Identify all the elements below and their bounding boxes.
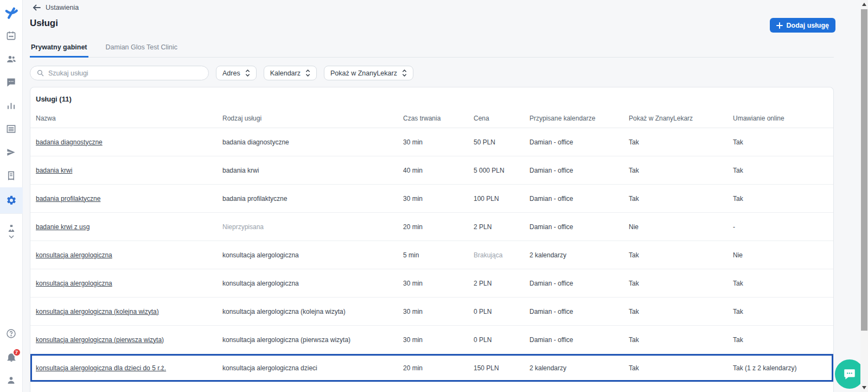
unfold-icon xyxy=(402,69,407,77)
calendar-icon[interactable] xyxy=(0,24,23,47)
service-price-cell: 150 PLN xyxy=(474,364,529,372)
table-row: badania profilaktyczne badania profilakt… xyxy=(30,185,833,213)
scrollbar-up-arrow-icon[interactable] xyxy=(862,3,866,6)
scrollbar-thumb[interactable] xyxy=(861,9,867,331)
service-name-link[interactable]: badanie krwi z usg xyxy=(36,223,90,231)
service-show-cell: Tak xyxy=(629,195,733,203)
search-input[interactable] xyxy=(48,69,202,77)
service-online-cell: Tak xyxy=(733,138,833,146)
service-calendars-cell: 2 kalendarzy xyxy=(529,364,629,372)
help-icon[interactable] xyxy=(0,322,23,345)
notifications-bell-icon[interactable]: 7 xyxy=(0,345,23,369)
table-row: konsultacja alergologiczna dla dzieci do… xyxy=(30,354,833,382)
service-duration-cell: 20 min xyxy=(403,223,474,231)
calendar-filter-dropdown[interactable]: Kalendarz xyxy=(264,66,317,80)
service-price-cell: 2 PLN xyxy=(474,280,529,287)
service-name-link[interactable]: konsultacja alergologiczna dla dzieci do… xyxy=(36,364,166,372)
column-header-show: Pokaż w ZnanyLekarz xyxy=(629,115,733,122)
service-duration-cell: 30 min xyxy=(403,138,474,146)
table-header-row: Nazwa Rodzaj usługi Czas trwania Cena Pr… xyxy=(30,109,833,128)
service-type-cell: konsultacja alergologiczna xyxy=(222,280,403,287)
service-type-cell: badania diagnostyczne xyxy=(222,138,403,146)
service-show-cell: Tak xyxy=(629,308,733,315)
service-online-cell: Tak xyxy=(733,308,833,315)
column-header-name: Nazwa xyxy=(36,115,222,122)
service-online-cell: - xyxy=(733,223,833,231)
notification-count-badge: 7 xyxy=(12,348,21,357)
campaigns-icon[interactable] xyxy=(0,141,23,164)
profile-icon[interactable] xyxy=(0,369,23,392)
service-price-cell: Brakująca xyxy=(474,251,529,259)
calendar-filter-label: Kalendarz xyxy=(270,69,301,77)
settings-icon[interactable] xyxy=(0,187,23,213)
service-price-cell: 50 PLN xyxy=(474,138,529,146)
service-calendars-cell: Damian - office xyxy=(529,336,629,344)
facility-tabs: Prywatny gabinet Damian Glos Test Clinic xyxy=(30,43,834,58)
team-icon[interactable] xyxy=(0,213,23,245)
add-service-label: Dodaj usługę xyxy=(787,22,829,29)
services-list-icon[interactable] xyxy=(0,117,23,141)
column-header-price: Cena xyxy=(474,115,529,122)
column-header-duration: Czas trwania xyxy=(403,115,474,122)
service-type-cell: badania krwi xyxy=(222,167,403,174)
unfold-icon xyxy=(305,69,310,77)
service-online-cell: Tak xyxy=(733,167,833,174)
service-online-cell: Tak xyxy=(733,336,833,344)
table-row: badanie krwi z usg Nieprzypisana 20 min … xyxy=(30,213,833,241)
address-filter-label: Adres xyxy=(222,69,240,77)
tab-private-practice[interactable]: Prywatny gabinet xyxy=(30,43,88,58)
service-calendars-cell: Damian - office xyxy=(529,280,629,287)
add-service-button[interactable]: Dodaj usługę xyxy=(770,18,835,33)
service-name-link[interactable]: konsultacja alergologiczna xyxy=(36,251,112,259)
service-show-cell: Tak xyxy=(629,251,733,259)
service-name-link[interactable]: konsultacja alergologiczna (kolejna wizy… xyxy=(36,308,159,315)
chat-bubble-icon xyxy=(843,367,857,381)
scrollbar-down-arrow-icon[interactable] xyxy=(862,386,866,389)
service-name-link[interactable]: badania profilaktyczne xyxy=(36,195,100,203)
services-count-title: Usługi (11) xyxy=(30,87,833,109)
service-type-cell: konsultacja alergologiczna (kolejna wizy… xyxy=(222,308,403,315)
service-calendars-cell: Damian - office xyxy=(529,308,629,315)
docplanner-logo-icon[interactable] xyxy=(0,2,23,24)
service-online-cell: Nie xyxy=(733,251,833,259)
services-panel: Usługi (11) Nazwa Rodzaj usługi Czas trw… xyxy=(30,87,834,392)
service-price-cell: 0 PLN xyxy=(474,336,529,344)
patients-icon[interactable] xyxy=(0,47,23,71)
address-filter-dropdown[interactable]: Adres xyxy=(216,66,257,80)
table-body: badania diagnostyczne badania diagnostyc… xyxy=(30,128,833,382)
messages-icon[interactable] xyxy=(0,71,23,94)
service-name-link[interactable]: konsultacja alergologiczna (pierwsza wiz… xyxy=(36,336,164,344)
billing-icon[interactable] xyxy=(0,164,23,187)
chat-widget-button[interactable] xyxy=(835,359,864,389)
service-calendars-cell: Damian - office xyxy=(529,223,629,231)
service-name-link[interactable]: konsultacja alergologiczna xyxy=(36,280,112,287)
service-name-link[interactable]: badania diagnostyczne xyxy=(36,138,103,146)
service-duration-cell: 20 min xyxy=(403,364,474,372)
service-show-cell: Tak xyxy=(629,167,733,174)
tab-test-clinic[interactable]: Damian Glos Test Clinic xyxy=(105,43,178,57)
search-box[interactable] xyxy=(30,66,209,80)
service-type-cell: konsultacja alergologiczna xyxy=(222,251,403,259)
column-header-online: Umawianie online xyxy=(733,115,833,122)
service-online-cell: Tak xyxy=(733,195,833,203)
chevron-down-icon xyxy=(9,235,14,238)
service-calendars-cell: Damian - office xyxy=(529,167,629,174)
table-row: badania diagnostyczne badania diagnostyc… xyxy=(30,128,833,156)
filters-row: Adres Kalendarz Pokaż w ZnanyLekarz xyxy=(30,66,413,80)
service-show-cell: Tak xyxy=(629,364,733,372)
znanylekarz-filter-dropdown[interactable]: Pokaż w ZnanyLekarz xyxy=(324,66,413,80)
service-show-cell: Tak xyxy=(629,280,733,287)
service-duration-cell: 5 min xyxy=(403,251,474,259)
back-breadcrumb[interactable]: Ustawienia xyxy=(33,4,79,11)
column-header-calendars: Przypisane kalendarze xyxy=(529,115,629,122)
table-row: badania krwi badania krwi 40 min 5 000 P… xyxy=(30,156,833,185)
service-online-cell: Tak (1 z 2 kalendarzy) xyxy=(733,364,833,372)
service-price-cell: 0 PLN xyxy=(474,308,529,315)
service-name-link[interactable]: badania krwi xyxy=(36,167,72,174)
service-duration-cell: 30 min xyxy=(403,280,474,287)
service-duration-cell: 30 min xyxy=(403,195,474,203)
page-title: Usługi xyxy=(30,18,58,29)
znanylekarz-filter-label: Pokaż w ZnanyLekarz xyxy=(330,69,397,77)
page-scrollbar[interactable] xyxy=(860,0,868,392)
statistics-icon[interactable] xyxy=(0,94,23,117)
